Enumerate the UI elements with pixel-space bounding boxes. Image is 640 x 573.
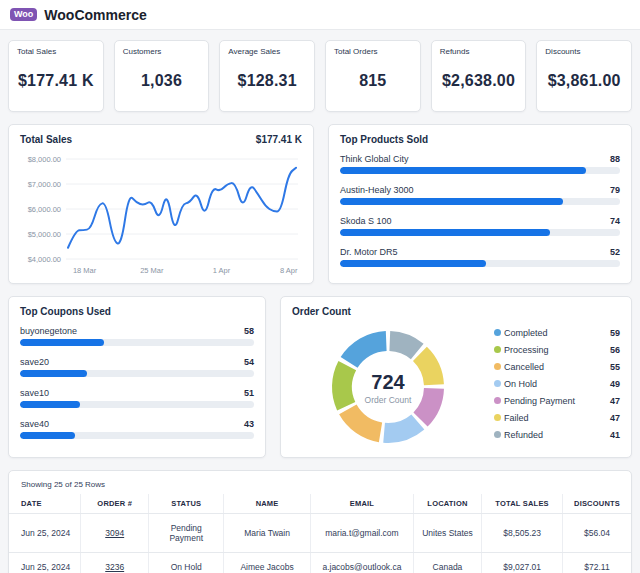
stat-cards-row: Total Sales$177.41 KCustomers1,036Averag… xyxy=(8,40,632,112)
table-row: Jun 25, 20243236On HoldAimee Jacobsa.jac… xyxy=(9,553,631,573)
coupon-bar-item: save1051 xyxy=(20,388,254,408)
top-coupons-bar-list: buyonegetone58save2054save1051save4043 xyxy=(20,326,254,439)
svg-text:$7,000.00: $7,000.00 xyxy=(28,180,61,189)
product-bar-label: Dr. Motor DR5 xyxy=(340,247,398,257)
table-cell: $72.11 xyxy=(563,553,631,573)
app-title: WooCommerce xyxy=(44,7,146,23)
legend-row-refunded: Refunded41 xyxy=(494,430,620,440)
table-cell: a.jacobs@outlook.ca xyxy=(311,553,414,573)
legend-label: Pending Payment xyxy=(504,396,596,406)
coupon-bar-fill xyxy=(20,432,75,439)
table-cell: Unites States xyxy=(413,514,481,553)
coupon-bar-track xyxy=(20,401,254,408)
coupon-bar-header: buyonegetone58 xyxy=(20,326,254,336)
table-cell: $56.04 xyxy=(563,514,631,553)
coupon-bar-track xyxy=(20,339,254,346)
coupon-bar-header: save1051 xyxy=(20,388,254,398)
legend-row-pending-payment: Pending Payment47 xyxy=(494,396,620,406)
coupon-bar-value: 54 xyxy=(244,357,254,367)
legend-dot-icon xyxy=(494,380,501,387)
stat-card-label: Average Sales xyxy=(228,47,306,56)
product-bar-label: Austin-Healy 3000 xyxy=(340,185,414,195)
stat-card-value: $2,638.00 xyxy=(440,72,518,90)
table-cell: maria.t@gmail.com xyxy=(311,514,414,553)
product-bar-header: Think Global City88 xyxy=(340,154,620,164)
legend-label: Cancelled xyxy=(504,362,596,372)
product-bar-track xyxy=(340,229,620,236)
charts-row-2: Top Coupons Used buyonegetone58save2054s… xyxy=(8,296,632,458)
stat-card-customers: Customers1,036 xyxy=(114,40,210,112)
donut-segment-refunded xyxy=(390,341,417,351)
coupon-bar-item: save4043 xyxy=(20,419,254,439)
donut-segment-processing xyxy=(342,366,347,407)
coupon-bar-track xyxy=(20,432,254,439)
order-number-link[interactable]: 3236 xyxy=(105,562,124,572)
legend-row-failed: Failed47 xyxy=(494,413,620,423)
stat-card-label: Total Orders xyxy=(334,47,412,56)
stat-card-label: Discounts xyxy=(545,47,623,56)
product-bar-value: 52 xyxy=(610,247,620,257)
coupon-bar-label: buyonegetone xyxy=(20,326,77,336)
legend-row-on-hold: On Hold49 xyxy=(494,379,620,389)
app-header: Woo WooCommerce xyxy=(0,0,640,30)
coupon-bar-track xyxy=(20,370,254,377)
table-row: Jun 25, 20243094Pending PaymentMaria Twa… xyxy=(9,514,631,553)
product-bar-value: 88 xyxy=(610,154,620,164)
table-cell: Canada xyxy=(413,553,481,573)
legend-row-processing: Processing56 xyxy=(494,345,620,355)
donut-segment-completed xyxy=(349,341,386,362)
svg-text:8 Apr: 8 Apr xyxy=(280,266,298,275)
column-header-location: LOCATION xyxy=(413,494,481,514)
legend-label: Completed xyxy=(504,328,596,338)
product-bar-header: Dr. Motor DR552 xyxy=(340,247,620,257)
column-header-status: STATUS xyxy=(149,494,224,514)
stat-card-value: $128.31 xyxy=(228,72,306,90)
legend-value: 49 xyxy=(596,379,620,389)
svg-text:724: 724 xyxy=(371,371,405,393)
legend-label: Failed xyxy=(504,413,596,423)
table-cell: 3094 xyxy=(81,514,149,553)
product-bar-label: Think Global City xyxy=(340,154,409,164)
coupon-bar-value: 51 xyxy=(244,388,254,398)
legend-dot-icon xyxy=(494,329,501,336)
product-bar-track xyxy=(340,260,620,267)
column-header-total-sales: TOTAL SALES xyxy=(482,494,563,514)
stat-card-value: $3,861.00 xyxy=(545,72,623,90)
svg-text:25 Mar: 25 Mar xyxy=(140,266,164,275)
coupon-bar-label: save10 xyxy=(20,388,49,398)
table-cell: $9,027.01 xyxy=(482,553,563,573)
order-number-link[interactable]: 3094 xyxy=(105,528,124,538)
legend-label: On Hold xyxy=(504,379,596,389)
order-count-card: Order Count 724Order Count Completed59Pr… xyxy=(280,296,632,458)
legend-dot-icon xyxy=(494,363,501,370)
coupon-bar-label: save20 xyxy=(20,357,49,367)
table-cell: 3236 xyxy=(81,553,149,573)
product-bar-header: Austin-Healy 300079 xyxy=(340,185,620,195)
top-products-title: Top Products Sold xyxy=(340,134,428,145)
orders-table-card: Showing 25 of 25 Rows DATEORDER #STATUSN… xyxy=(8,470,632,573)
donut-segment-cancelled xyxy=(348,409,381,432)
column-header-name: NAME xyxy=(224,494,311,514)
legend-label: Processing xyxy=(504,345,596,355)
legend-value: 47 xyxy=(596,396,620,406)
table-cell: Pending Payment xyxy=(149,514,224,553)
legend-value: 47 xyxy=(596,413,620,423)
product-bar-track xyxy=(340,167,620,174)
legend-dot-icon xyxy=(494,346,501,353)
woocommerce-logo-icon: Woo xyxy=(10,8,37,21)
svg-text:$8,000.00: $8,000.00 xyxy=(28,155,61,164)
coupon-bar-value: 43 xyxy=(244,419,254,429)
order-count-legend: Completed59Processing56Cancelled55On Hol… xyxy=(494,328,620,447)
coupon-bar-header: save2054 xyxy=(20,357,254,367)
total-sales-chart-title: Total Sales xyxy=(20,134,72,145)
legend-label: Refunded xyxy=(504,430,596,440)
stat-card-label: Refunds xyxy=(440,47,518,56)
column-header-discounts: DISCOUNTS xyxy=(563,494,631,514)
top-coupons-title: Top Coupons Used xyxy=(20,306,111,317)
coupon-bar-item: save2054 xyxy=(20,357,254,377)
table-cell: Aimee Jacobs xyxy=(224,553,311,573)
product-bar-value: 74 xyxy=(610,216,620,226)
table-cell: Jun 25, 2024 xyxy=(9,553,81,573)
legend-dot-icon xyxy=(494,431,501,438)
table-cell: Maria Twain xyxy=(224,514,311,553)
